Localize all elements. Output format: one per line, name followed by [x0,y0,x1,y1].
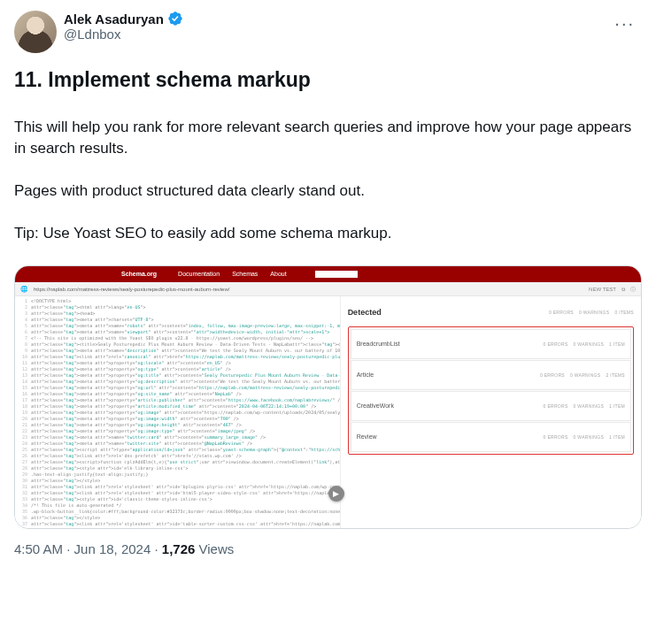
code-line: 1<!DOCTYPE html> [19,298,340,304]
code-line: 36attr">class="tag"></style> [19,515,340,521]
row-warnings-count: 0 WARNINGS [574,395,604,417]
code-line: 37attr">class="tag"><link attr">rel='sty… [19,521,340,527]
avatar[interactable] [14,11,57,53]
code-line: 25attr">class="tag"><script attr">type="… [19,447,340,453]
code-line: 38attr">class="tag"><script>document.add… [19,527,340,528]
verified-badge-icon [167,11,183,27]
row-items-count: 1 ITEM [609,395,625,417]
source-code-pane: 1<!DOCTYPE html>2attr">class="tag"><html… [15,296,341,528]
row-items-count: 1 ITEM [609,426,625,448]
views-count: 1,726 [162,541,196,556]
detected-type-name: BreadcrumbList [357,334,400,355]
author-block: Alek Asaduryan @Ldnbox [64,11,183,42]
header-warnings-count: 0 WARNINGS [579,302,609,323]
tweet-heading: 11. Implement schema markup [14,67,642,92]
code-line: 2attr">class="tag"><html attr">lang="en-… [19,304,340,310]
code-line: 15attr">class="tag"><meta attr">property… [19,385,340,391]
code-line: 5attr">class="tag"><meta attr">name="rob… [19,323,340,329]
code-line: 32attr">class="tag"><link attr">rel='sty… [19,490,340,496]
code-line: 7<!-- This site is optimized with the Yo… [19,335,340,341]
detected-pane: Detected 0 ERRORS 0 WARNINGS 0 ITEMS Bre… [341,296,641,528]
author-name[interactable]: Alek Asaduryan [64,12,164,27]
code-line: 30attr">class="tag"></style> [19,478,340,484]
detected-row: CreativeWork0 ERRORS0 WARNINGS1 ITEM [351,391,631,421]
tweet-time[interactable]: 4:50 AM [14,541,63,556]
validator-url-bar: 🌐 https://naplab.com/mattress-reviews/se… [15,282,641,296]
code-line: 17attr">class="tag"><meta attr">property… [19,397,340,403]
code-line: 4attr">class="tag"><meta attr">charset="… [19,317,340,323]
code-line: 12attr">class="tag"><meta attr">property… [19,366,340,372]
code-line: 27attr">class="tag"><script>function cpl… [19,459,340,465]
row-warnings-count: 0 WARNINGS [574,334,604,355]
views-label: Views [199,541,235,556]
detected-type-name: Article [357,364,374,386]
code-line: 35.wp-block-button__link{color:#fff;back… [19,509,340,515]
nav-schemas: Schemas [232,265,258,285]
detected-type-name: Review [357,426,377,448]
code-line: 33attr">class="tag"><style attr">id='cla… [19,496,340,502]
code-line: 16attr">class="tag"><meta attr">property… [19,391,340,397]
code-line: 19attr">class="tag"><meta attr">property… [19,410,340,416]
schema-search-box [315,271,358,278]
row-errors-count: 0 ERRORS [544,426,568,448]
code-line: 23attr">class="tag"><meta attr">name="tw… [19,434,340,441]
code-line: 21attr">class="tag"><meta attr">property… [19,422,340,428]
tweet-meta: 4:50 AM · Jun 18, 2024 · 1,726 Views [14,541,642,556]
code-line: 22attr">class="tag"><meta attr">property… [19,428,340,434]
detected-row: Review0 ERRORS0 WARNINGS1 ITEM [351,422,631,452]
code-line: 6attr">class="tag"><meta attr">name="vie… [19,329,340,335]
code-line: 26attr">class="tag"><link attr">rel='dns… [19,453,340,459]
row-warnings-count: 0 WARNINGS [574,426,604,448]
embedded-screenshot[interactable]: Schema.org Documentation Schemas About 🌐… [14,265,642,529]
detected-row: BreadcrumbList0 ERRORS0 WARNINGS1 ITEM [351,329,631,359]
row-errors-count: 0 ERRORS [540,364,565,386]
code-line: 29.has-text-align-justify{text-align:jus… [19,472,340,478]
row-warnings-count: 0 WARNINGS [570,364,600,386]
scroll-arrow-icon: ▶ [328,486,344,502]
code-line: 31attr">class="tag"><link attr">rel='sty… [19,484,340,490]
code-line: 20attr">class="tag"><meta attr">property… [19,416,340,422]
detected-row: Article0 ERRORS0 WARNINGS2 ITEMS [351,360,631,390]
tweet-header: Alek Asaduryan @Ldnbox ··· [14,11,642,53]
code-line: 14attr">class="tag"><meta attr">property… [19,379,340,385]
detected-list: BreadcrumbList0 ERRORS0 WARNINGS1 ITEMAr… [348,326,634,455]
nav-about: About [270,265,286,285]
row-items-count: 2 ITEMS [606,364,625,386]
code-line: 9attr">class="tag"><meta attr">name="des… [19,348,340,354]
row-errors-count: 0 ERRORS [544,334,568,355]
tweet-paragraph: Pages with product structured data clear… [14,180,642,202]
code-line: 34/*! This file is auto-generated */ [19,502,340,509]
code-line: 8attr">class="tag"><title>Sealy Posturep… [19,341,340,348]
header-errors-count: 0 ERRORS [549,302,574,323]
more-button[interactable]: ··· [607,11,642,35]
code-line: 10attr">class="tag"><link attr">rel="can… [19,354,340,360]
code-line: 11attr">class="tag"><meta attr">property… [19,360,340,366]
code-line: 18attr">class="tag"><meta attr">property… [19,403,340,410]
header-items-count: 0 ITEMS [614,302,634,323]
code-line: 24attr">class="tag"><meta attr">name="tw… [19,441,340,447]
tweet-body: 11. Implement schema markup This will he… [14,67,642,529]
tweet-paragraph: This will help you rank for more relevan… [14,117,642,159]
code-line: 13attr">class="tag"><meta attr">property… [19,372,340,379]
detected-type-name: CreativeWork [357,395,394,417]
row-errors-count: 0 ERRORS [544,395,568,417]
detected-heading: Detected 0 ERRORS 0 WARNINGS 0 ITEMS [348,302,634,323]
author-handle[interactable]: @Ldnbox [64,27,183,42]
code-line: 28attr">class="tag"><style attr">id='elk… [19,465,340,472]
code-line: 3attr">class="tag"><head> [19,310,340,317]
row-items-count: 1 ITEM [609,334,625,355]
tweet-paragraph: Tip: Use Yoast SEO to easily add some sc… [14,223,642,244]
tweet-date[interactable]: Jun 18, 2024 [74,541,151,556]
